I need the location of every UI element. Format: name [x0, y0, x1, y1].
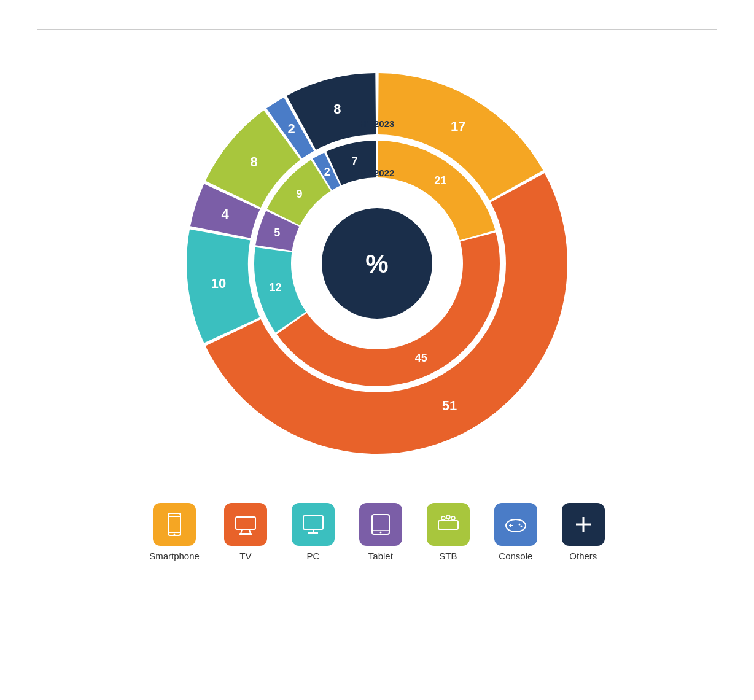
- legend-item-tablet: Tablet: [359, 503, 402, 561]
- h2-label: H2 2022: [360, 168, 395, 178]
- svg-text:2: 2: [288, 121, 295, 136]
- stb-icon: [427, 503, 470, 546]
- svg-text:17: 17: [451, 119, 465, 134]
- svg-text:4: 4: [222, 206, 230, 222]
- svg-text:45: 45: [415, 352, 427, 364]
- svg-point-28: [379, 532, 381, 534]
- svg-text:7: 7: [351, 155, 357, 168]
- svg-rect-27: [372, 515, 389, 534]
- legend-item-console: Console: [494, 503, 537, 561]
- svg-text:21: 21: [434, 174, 446, 187]
- chart-area: 1751104828 2145125927 % H1 2023 H2 2022 …: [37, 55, 717, 561]
- legend: SmartphoneTVPCTabletSTBConsoleOthers: [149, 503, 605, 561]
- svg-point-31: [441, 516, 445, 520]
- svg-point-18: [174, 534, 176, 535]
- svg-rect-23: [239, 533, 252, 535]
- svg-text:8: 8: [251, 154, 258, 169]
- svg-text:2: 2: [324, 166, 330, 178]
- svg-point-32: [446, 515, 450, 519]
- legend-label-tablet: Tablet: [368, 551, 393, 561]
- svg-text:10: 10: [211, 276, 226, 291]
- legend-item-smartphone: Smartphone: [149, 503, 200, 561]
- pc-icon: [292, 503, 335, 546]
- svg-text:9: 9: [296, 188, 302, 200]
- svg-text:8: 8: [333, 101, 341, 117]
- svg-point-40: [518, 524, 520, 526]
- svg-text:5: 5: [274, 227, 280, 239]
- console-icon: [494, 503, 537, 546]
- legend-label-pc: PC: [306, 551, 319, 561]
- legend-label-smartphone: Smartphone: [149, 551, 200, 561]
- tablet-icon: [359, 503, 402, 546]
- legend-item-others: Others: [562, 503, 605, 561]
- legend-label-others: Others: [569, 551, 597, 561]
- legend-item-tv: TV: [224, 503, 267, 561]
- legend-label-stb: STB: [439, 551, 457, 561]
- svg-point-37: [506, 519, 526, 532]
- svg-point-33: [451, 516, 455, 520]
- legend-label-console: Console: [499, 551, 532, 561]
- h1-label: H1 2023: [360, 119, 395, 129]
- title-divider: [37, 29, 717, 30]
- legend-item-stb: STB: [427, 503, 470, 561]
- donut-chart: 1751104828 2145125927 % H1 2023 H2 2022: [168, 55, 586, 472]
- legend-label-tv: TV: [239, 551, 251, 561]
- svg-rect-19: [236, 517, 255, 529]
- svg-text:12: 12: [270, 281, 282, 294]
- svg-rect-24: [303, 516, 323, 529]
- center-percent: %: [365, 249, 388, 278]
- legend-item-pc: PC: [292, 503, 335, 561]
- smartphone-icon: [153, 503, 196, 546]
- svg-text:51: 51: [442, 398, 457, 413]
- tv-icon: [224, 503, 267, 546]
- others-icon: [562, 503, 605, 546]
- svg-point-41: [520, 526, 522, 527]
- svg-rect-30: [438, 521, 458, 529]
